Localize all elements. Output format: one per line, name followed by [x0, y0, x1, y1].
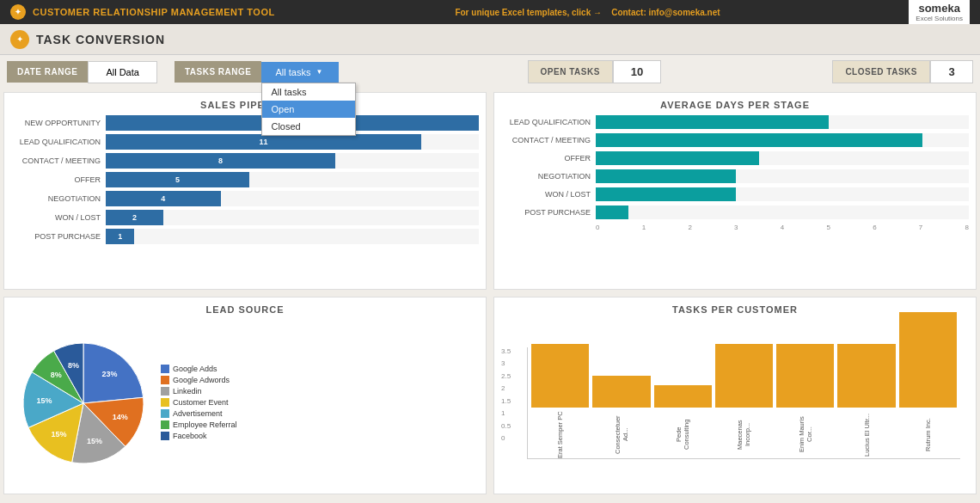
avgdays-row: POST PURCHASE: [501, 205, 969, 219]
y-axis-label: 1.5: [501, 397, 511, 405]
legend-item: Employee Referral: [161, 420, 237, 429]
bar-rect: [899, 312, 957, 408]
y-axis-label: 3.5: [501, 347, 511, 355]
pipeline-row: NEW OPPORTUNITY 13: [11, 115, 479, 131]
dropdown-option-all[interactable]: All tasks: [262, 83, 355, 101]
pipeline-row: POST PURCHASE 1: [11, 229, 479, 244]
legend-item: Linkedin: [161, 387, 237, 396]
legend-label: Google Adds: [173, 365, 217, 373]
lead-source-panel: LEAD SOURCE 23%14%15%15%15%8%8% Google A…: [3, 297, 487, 494]
y-axis-label: 0: [501, 434, 511, 442]
someka-brand: someka Excel Solutions: [909, 0, 970, 24]
avgdays-bar-container: [596, 115, 969, 129]
page-title: TASK CONVERSION: [36, 33, 165, 46]
pipeline-bar: 2: [106, 210, 163, 225]
sales-pipeline-title: SALES PIPELINE: [11, 100, 479, 110]
pipeline-bar-container: 8: [106, 153, 479, 169]
legend-color: [161, 365, 169, 373]
pipeline-row: LEAD QUALIFICATION 11: [11, 134, 479, 150]
avgdays-bar: [596, 187, 736, 201]
brand-name: someka: [918, 2, 959, 15]
dropdown-option-open[interactable]: Open: [262, 101, 355, 118]
legend-label: Facebook: [173, 432, 207, 440]
avgdays-label: POST PURCHASE: [501, 208, 596, 217]
y-axis-label: 2.5: [501, 372, 511, 380]
avgdays-bar: [596, 133, 922, 147]
chevron-down-icon: ▼: [315, 68, 322, 76]
tasks-range-group: TASKS RANGE All tasks ▼ All tasks Open C…: [175, 61, 340, 83]
tasks-per-customer-panel: TASKS PER CUSTOMER 3.532.521.510.50 Erat…: [493, 297, 977, 494]
avgdays-label: OFFER: [501, 154, 596, 163]
date-range-value[interactable]: All Data: [88, 61, 157, 83]
tasks-chart-wrapper: 3.532.521.510.50 Erat Semper PC Consecte…: [501, 320, 969, 487]
avgdays-label: WON / LOST: [501, 190, 596, 199]
avgdays-row: NEGOTIATION: [501, 169, 969, 183]
bar-rect: [715, 344, 773, 408]
avgdays-bar-container: [596, 205, 969, 219]
dropdown-option-closed[interactable]: Closed: [262, 118, 355, 135]
open-tasks-group: OPEN TASKS 10: [528, 60, 662, 83]
avgdays-row: WON / LOST: [501, 187, 969, 201]
legend-label: Advertisement: [173, 409, 223, 418]
pipeline-bar: 11: [106, 134, 421, 150]
cta-link[interactable]: click →: [572, 8, 602, 17]
pipeline-bar: 4: [106, 191, 221, 206]
closed-tasks-label: CLOSED TASKS: [832, 60, 930, 83]
avgdays-bar: [596, 151, 759, 165]
contact-info: Contact: info@someka.net: [611, 8, 720, 17]
pie-label: 8%: [51, 371, 62, 379]
legend-color: [161, 432, 169, 440]
pie-label: 23%: [102, 370, 118, 378]
pipeline-bar-container: 11: [106, 134, 479, 150]
legend-color: [161, 387, 169, 396]
tasks-range-value[interactable]: All tasks ▼: [261, 62, 339, 83]
avg-days-panel: AVERAGE DAYS PER STAGE LEAD QUALIFICATIO…: [493, 92, 977, 290]
pie-label: 8%: [68, 361, 79, 370]
legend-label: Employee Referral: [173, 420, 237, 429]
open-tasks-value: 10: [613, 60, 661, 83]
top-charts-row: SALES PIPELINE NEW OPPORTUNITY 13 LEAD Q…: [0, 89, 980, 293]
bar-col: Rutrum Inc.: [899, 312, 957, 458]
open-tasks-label: OPEN TASKS: [528, 60, 613, 83]
top-bar: ✦ CUSTOMER RELATIONSHIP MANAGEMENT TOOL …: [0, 0, 980, 24]
pipeline-bar: 5: [106, 172, 249, 187]
pipeline-bar-container: 1: [106, 229, 479, 244]
controls-bar: DATE RANGE All Data TASKS RANGE All task…: [0, 55, 980, 89]
bar-chart-area: 3.532.521.510.50 Erat Semper PC Consecte…: [527, 347, 960, 459]
avgdays-label: CONTACT / MEETING: [501, 136, 596, 144]
sub-bar: ✦ TASK CONVERSION: [0, 24, 980, 55]
bar-rect: [592, 376, 650, 408]
brand-sub: Excel Solutions: [916, 15, 963, 22]
pipeline-label: NEW OPPORTUNITY: [11, 119, 106, 127]
pipeline-row: CONTACT / MEETING 8: [11, 153, 479, 169]
tasks-range-dropdown[interactable]: All tasks ▼ All tasks Open Closed: [261, 62, 339, 83]
main-content: SALES PIPELINE NEW OPPORTUNITY 13 LEAD Q…: [0, 89, 980, 498]
avgdays-bar-container: [596, 187, 969, 201]
avgdays-bar: [596, 205, 628, 219]
top-bar-left: ✦ CUSTOMER RELATIONSHIP MANAGEMENT TOOL: [10, 4, 275, 20]
y-axis-label: 2: [501, 384, 511, 392]
pipeline-bar-container: 4: [106, 191, 479, 206]
dropdown-menu[interactable]: All tasks Open Closed: [261, 83, 356, 136]
avgdays-label: LEAD QUALIFICATION: [501, 118, 596, 126]
avgdays-row: OFFER: [501, 151, 969, 165]
y-axis: 3.532.521.510.50: [501, 347, 511, 442]
pipeline-label: WON / LOST: [11, 213, 106, 222]
pipeline-bar: 8: [106, 153, 335, 169]
bar-col: Enim Mauris Cor...: [776, 344, 834, 458]
sub-bar-left: ✦ TASK CONVERSION: [10, 30, 165, 49]
avgdays-bar-container: [596, 133, 969, 147]
legend-item: Advertisement: [161, 409, 237, 418]
legend-label: Google Adwords: [173, 376, 230, 384]
tasks-bar-chart: Erat Semper PC Consectetuer Ad... Pede C…: [527, 347, 960, 459]
closed-tasks-group: CLOSED TASKS 3: [832, 60, 973, 83]
bar-x-label: Rutrum Inc.: [924, 411, 932, 458]
sub-logo: ✦: [10, 30, 29, 49]
pie-label: 14%: [113, 413, 128, 421]
bar-rect: [531, 344, 589, 408]
pie-label: 15%: [87, 437, 102, 445]
legend-color: [161, 376, 169, 384]
app-title: CUSTOMER RELATIONSHIP MANAGEMENT TOOL: [33, 7, 275, 17]
pie-chart: 23%14%15%15%15%8%8%: [15, 334, 152, 472]
closed-tasks-value: 3: [930, 60, 973, 83]
